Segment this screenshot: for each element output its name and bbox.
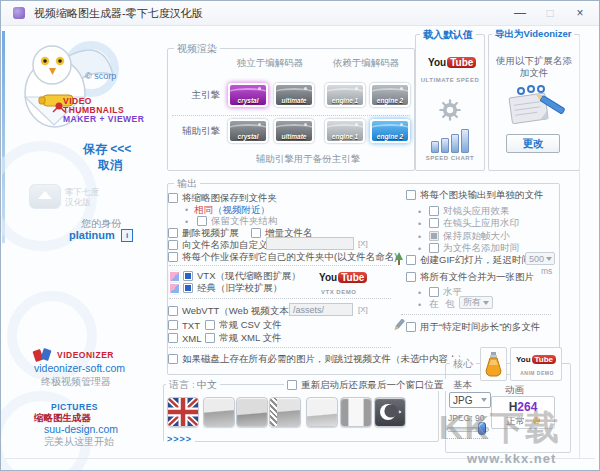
divider	[172, 115, 410, 116]
vtx-checkbox[interactable]	[183, 271, 193, 281]
multifile-row[interactable]: 用于“特定时间步长”的多文件	[406, 321, 540, 333]
gif-row[interactable]: 创建GIF幻灯片，延迟时间	[406, 254, 531, 266]
aux-engine-1[interactable]: engine 1	[325, 119, 365, 143]
suffix-clear-icon[interactable]: [X]	[358, 239, 368, 248]
main-engine-ultimate[interactable]: ultimate	[274, 83, 314, 107]
save-to-folder-row[interactable]: 将缩略图保存到文件夹	[168, 192, 277, 204]
tiles-separate-row[interactable]: 将每个图块输出到单独的文件	[406, 189, 544, 201]
gear-icon[interactable]	[437, 97, 463, 123]
per-job-folder-checkbox[interactable]	[168, 252, 178, 262]
main-engine-1[interactable]: engine 1	[325, 83, 365, 107]
classic-row[interactable]: 经典（旧学校扩展）	[183, 282, 283, 294]
webvtt-checkbox[interactable]	[168, 306, 178, 316]
flag-turkish[interactable]	[374, 397, 406, 427]
core-app-panel[interactable]	[480, 347, 507, 381]
load-defaults-link[interactable]: 载入默认值	[420, 28, 476, 42]
add-time-row[interactable]: 为文件名添加时间	[429, 242, 519, 254]
gif-delay-select[interactable]: 500	[525, 252, 555, 265]
speed-chart-icon[interactable]	[430, 129, 470, 153]
change-button[interactable]: 更改	[506, 134, 560, 153]
bullet-icon: •	[418, 219, 421, 229]
codec-independent-header: 独立于编解码器	[225, 57, 315, 70]
skip-existing-row[interactable]: 如果磁盘上存在所有必需的图片，则跳过视频文件（未选中内容！）	[168, 353, 467, 365]
xml-file-checkbox[interactable]	[205, 333, 215, 343]
skip-existing-checkbox[interactable]	[168, 354, 178, 364]
xml-label: XML	[182, 333, 202, 344]
window-title: 视频缩略图生成器-零下七度汉化版	[34, 6, 203, 21]
aux-engine-2[interactable]: engine 2	[370, 119, 410, 143]
wm-shots-checkbox[interactable]	[429, 218, 439, 228]
aux-engine-crystal[interactable]: crystal	[228, 119, 268, 143]
bullet-icon: •	[185, 205, 188, 215]
flag-gray-3[interactable]	[269, 397, 301, 427]
save-link[interactable]: 保存 <<<	[83, 141, 131, 158]
multifile-checkbox[interactable]	[406, 322, 416, 332]
rendering-group: 视频渲染 独立于编解码器 依赖于编解码器 主引擎 crystal ultimat…	[167, 48, 415, 171]
per-job-folder-row[interactable]: 将每个作业保存到它自己的文件夹中(以文件名命名)	[168, 251, 397, 263]
close-button[interactable]: ×	[565, 1, 595, 25]
wm-shots-row[interactable]: 在镜头上应用水印	[429, 217, 519, 229]
txt-row[interactable]: TXT	[168, 319, 200, 331]
info-icon[interactable]: i	[121, 229, 133, 242]
restore-window-row[interactable]: 重新启动后还原最后一个窗口位置	[284, 379, 447, 391]
fx-shots-row[interactable]: 对镜头应用效果	[429, 205, 510, 217]
flag-gray-5[interactable]	[340, 397, 372, 427]
pictures-url[interactable]: suu-design.com	[44, 423, 118, 435]
keep-structure-checkbox[interactable]	[197, 216, 207, 226]
keep-structure-row[interactable]: 保留文件夹结构	[197, 215, 278, 227]
webvtt-clear-icon[interactable]: [X]	[358, 305, 368, 314]
add-time-checkbox[interactable]	[429, 243, 439, 253]
flag-english[interactable]	[167, 397, 199, 427]
flag-gray-2[interactable]	[236, 397, 268, 427]
videonizer-tagline: 终极视频管理器	[41, 375, 111, 389]
save-to-folder-checkbox[interactable]	[168, 193, 178, 203]
custom-suffix-input[interactable]	[266, 237, 354, 250]
classic-checkbox[interactable]	[183, 283, 193, 293]
incremental-checkbox[interactable]	[251, 228, 261, 238]
csv-row[interactable]: 常规 CSV 文件	[205, 319, 282, 331]
xml-file-row[interactable]: 常规 XML 文件	[205, 332, 281, 344]
export-group: 导出为Videonizer 使用以下扩展名添加文件 更改	[488, 34, 580, 171]
minimize-button[interactable]: —	[505, 1, 535, 25]
xml-checkbox[interactable]	[168, 333, 178, 343]
vtx-file-icon	[169, 271, 180, 282]
export-videonizer-title: 导出为Videonizer	[492, 28, 574, 41]
app-window: 视频缩略图生成器-零下七度汉化版 — □ × © scorp VIDEO THU…	[0, 0, 600, 471]
merge-all-checkbox[interactable]	[406, 272, 416, 282]
keep-frame-row[interactable]: 保持原始帧大小	[429, 230, 510, 242]
merge-all-row[interactable]: 将所有文件合并为一张图片	[406, 271, 534, 283]
keep-frame-checkbox[interactable]	[429, 231, 439, 241]
horizontal-checkbox[interactable]	[429, 287, 439, 297]
remove-ext-row[interactable]: 删除视频扩展	[168, 227, 239, 239]
flag-gray-1[interactable]	[203, 397, 235, 427]
cancel-link[interactable]: 取消	[98, 157, 122, 174]
core-youtube-panel[interactable]: YouTube ANIM DEMO	[510, 347, 562, 381]
xml-file-label: 常规 XML 文件	[219, 332, 281, 345]
xml-row[interactable]: XML	[168, 332, 202, 344]
aux-engine-ultimate[interactable]: ultimate	[274, 119, 314, 143]
horizontal-row[interactable]: 水平	[429, 286, 462, 298]
divider	[169, 347, 391, 348]
in-pack-select[interactable]: 所有	[459, 296, 493, 309]
more-languages-arrows[interactable]: >>>>	[164, 434, 195, 444]
csv-checkbox[interactable]	[205, 320, 215, 330]
main-engine-2[interactable]: engine 2	[370, 83, 410, 107]
tiles-separate-checkbox[interactable]	[406, 190, 416, 200]
vtx-row[interactable]: VTX（现代缩略图扩展）	[183, 270, 301, 282]
flag-gray-4[interactable]	[306, 397, 338, 427]
identity-value: platinum	[69, 229, 115, 241]
webvtt-path-input[interactable]: /assets/	[289, 303, 353, 316]
youtube-logo[interactable]: YouTube	[428, 57, 476, 68]
fx-shots-checkbox[interactable]	[429, 206, 439, 216]
main-engine-crystal[interactable]: crystal	[228, 83, 268, 107]
youtube-vtx-demo-logo[interactable]: YouTube	[319, 272, 367, 283]
videonizer-url[interactable]: videonizer-soft.com	[34, 362, 125, 374]
remove-ext-checkbox[interactable]	[168, 228, 178, 238]
gif-checkbox[interactable]	[406, 255, 416, 265]
txt-checkbox[interactable]	[168, 320, 178, 330]
bullet-icon: •	[418, 232, 421, 242]
restore-window-checkbox[interactable]	[287, 380, 297, 390]
merge-all-label: 将所有文件合并为一张图片	[420, 271, 534, 284]
maximize-button[interactable]: □	[535, 1, 565, 25]
custom-suffix-checkbox[interactable]	[168, 240, 178, 250]
